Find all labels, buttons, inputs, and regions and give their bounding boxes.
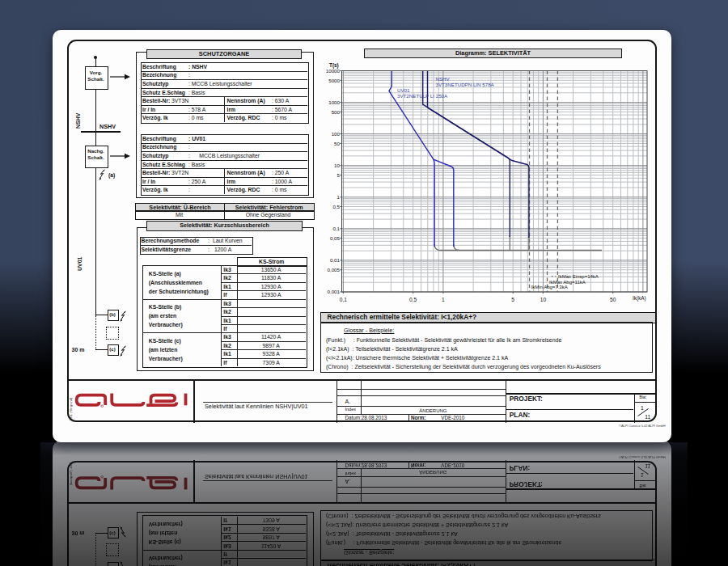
- svg-text:IkMax Einsp=14kA: IkMax Einsp=14kA: [558, 274, 599, 279]
- svg-text:10: 10: [540, 297, 547, 302]
- svg-text:T(s): T(s): [329, 62, 339, 69]
- svg-text:UV01: UV01: [397, 87, 410, 93]
- svg-text:50: 50: [610, 297, 616, 302]
- svg-text:0,1: 0,1: [332, 226, 340, 231]
- svg-text:0,001: 0,001: [328, 289, 341, 294]
- svg-text:3VT3NETUDPN LIN 578A: 3VT3NETUDPN LIN 578A: [436, 82, 495, 87]
- svg-text:0,5: 0,5: [409, 297, 417, 302]
- svg-text:10000: 10000: [326, 68, 341, 74]
- svg-text:0,05: 0,05: [330, 235, 341, 241]
- svg-text:NSHV: NSHV: [436, 76, 451, 82]
- svg-text:0,5: 0,5: [332, 204, 340, 209]
- svg-text:0,01: 0,01: [330, 257, 341, 263]
- svg-text:Ik(kA): Ik(kA): [633, 295, 646, 302]
- svg-text:100: 100: [332, 131, 341, 137]
- svg-text:0,005: 0,005: [328, 267, 341, 272]
- svg-text:5: 5: [337, 172, 341, 178]
- svg-text:3VT2NETULP LI 250A: 3VT2NETULP LI 250A: [397, 93, 448, 99]
- svg-text:1: 1: [337, 194, 341, 200]
- svg-text:IkMin Abg=7.3kA: IkMin Abg=7.3kA: [531, 285, 568, 289]
- svg-text:5000: 5000: [328, 78, 340, 83]
- svg-text:1: 1: [442, 297, 445, 302]
- svg-text:1000: 1000: [328, 99, 340, 105]
- svg-text:50: 50: [334, 141, 340, 146]
- svg-text:IkMax Abg=11kA: IkMax Abg=11kA: [549, 280, 586, 285]
- svg-text:500: 500: [332, 109, 341, 115]
- svg-text:5: 5: [511, 297, 514, 302]
- svg-text:0,1: 0,1: [340, 297, 347, 302]
- svg-text:10: 10: [334, 163, 340, 168]
